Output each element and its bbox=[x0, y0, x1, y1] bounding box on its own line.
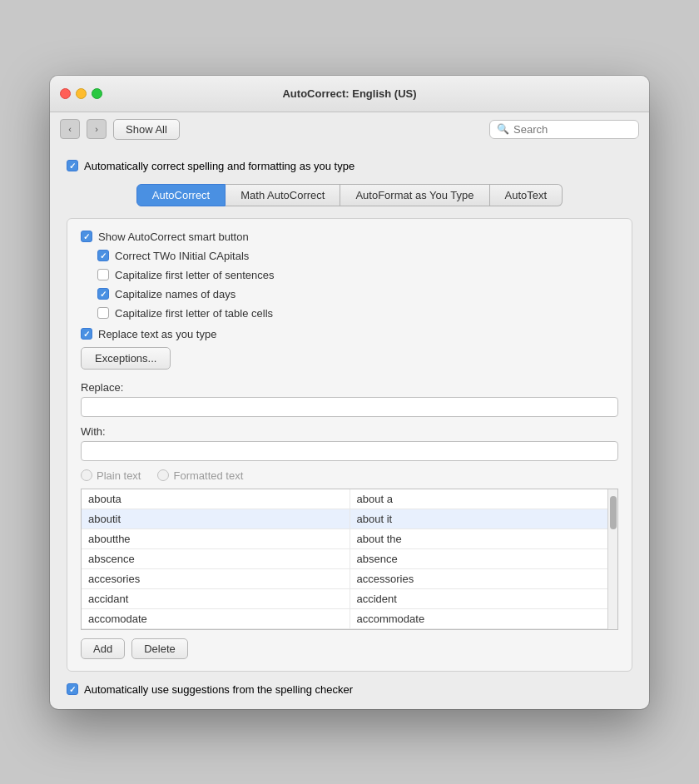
table-cell-from: abscence bbox=[82, 549, 350, 568]
tab-math-autocorrect[interactable]: Math AutoCorrect bbox=[226, 184, 340, 206]
spelling-suggestions-checkbox[interactable] bbox=[67, 683, 78, 695]
minimize-button[interactable] bbox=[76, 88, 87, 99]
table-cell-from: accordinato bbox=[82, 629, 350, 630]
maximize-button[interactable] bbox=[92, 88, 102, 99]
table-cell-to: about the bbox=[350, 529, 618, 548]
two-capitals-checkbox[interactable] bbox=[97, 250, 109, 261]
back-button[interactable]: ‹ bbox=[60, 119, 80, 139]
replacement-table: abouta about a aboutit about it aboutthe… bbox=[82, 489, 617, 630]
table-row[interactable]: aboutit about it bbox=[82, 509, 617, 529]
scrollbar[interactable] bbox=[607, 489, 617, 629]
with-field-section: With: bbox=[81, 425, 618, 461]
with-input[interactable] bbox=[81, 441, 618, 461]
two-capitals-label: Correct TWo INitial CApitals bbox=[115, 250, 249, 262]
auto-correct-spelling-checkbox[interactable] bbox=[67, 160, 78, 171]
first-letter-checkbox[interactable] bbox=[97, 269, 109, 280]
replace-text-checkbox[interactable] bbox=[81, 328, 92, 340]
table-cell-from: abouta bbox=[82, 489, 350, 509]
search-input[interactable] bbox=[513, 123, 632, 136]
main-window: AutoCorrect: English (US) ‹ › Show All 🔍… bbox=[50, 76, 649, 709]
replace-text-label: Replace text as you type bbox=[98, 328, 216, 340]
table-cell-to: absence bbox=[350, 549, 618, 568]
table-row[interactable]: aboutthe about the bbox=[82, 529, 617, 549]
traffic-lights bbox=[60, 88, 102, 99]
table-cells-row: Capitalize first letter of table cells bbox=[97, 307, 618, 320]
replace-label: Replace: bbox=[81, 381, 618, 394]
smart-button-checkbox[interactable] bbox=[81, 231, 92, 242]
add-button[interactable]: Add bbox=[81, 638, 125, 659]
smart-button-row: Show AutoCorrect smart button bbox=[81, 231, 618, 243]
table-cells-checkbox[interactable] bbox=[97, 307, 109, 319]
two-capitals-row: Correct TWo INitial CApitals bbox=[97, 250, 618, 262]
replacement-table-wrapper: abouta about a aboutit about it aboutthe… bbox=[81, 489, 618, 630]
names-of-days-checkbox[interactable] bbox=[97, 288, 109, 300]
delete-button[interactable]: Delete bbox=[131, 638, 188, 659]
content-area: Automatically correct spelling and forma… bbox=[50, 146, 649, 709]
formatted-text-option[interactable]: Formatted text bbox=[157, 469, 243, 482]
table-cell-from: accidant bbox=[82, 589, 350, 608]
table-cell-to: according to bbox=[350, 629, 618, 630]
table-cell-to: about it bbox=[350, 509, 618, 528]
tabs-container: AutoCorrect Math AutoCorrect AutoFormat … bbox=[67, 184, 632, 206]
table-cell-to: accommodate bbox=[350, 609, 618, 628]
top-checkbox-row: Automatically correct spelling and forma… bbox=[67, 160, 632, 172]
tab-autoformat[interactable]: AutoFormat as You Type bbox=[340, 184, 489, 206]
search-box: 🔍 bbox=[489, 120, 639, 139]
nav-bar: ‹ › Show All 🔍 bbox=[50, 112, 649, 146]
indented-checkboxes: Correct TWo INitial CApitals Capitalize … bbox=[81, 250, 618, 320]
window-title: AutoCorrect: English (US) bbox=[282, 87, 416, 100]
scrollbar-thumb[interactable] bbox=[610, 496, 617, 529]
exceptions-button[interactable]: Exceptions... bbox=[81, 347, 171, 370]
plain-text-label: Plain text bbox=[97, 469, 141, 482]
title-bar: AutoCorrect: English (US) bbox=[50, 76, 649, 112]
table-cell-from: accesories bbox=[82, 569, 350, 588]
replace-text-row: Replace text as you type bbox=[81, 328, 618, 340]
table-row[interactable]: accesories accessories bbox=[82, 569, 617, 589]
auto-correct-spelling-label: Automatically correct spelling and forma… bbox=[84, 160, 354, 172]
table-cell-from: accomodate bbox=[82, 609, 350, 628]
names-of-days-label: Capitalize names of days bbox=[115, 288, 235, 300]
radio-row: Plain text Formatted text bbox=[81, 469, 618, 482]
table-cell-from: aboutit bbox=[82, 509, 350, 528]
smart-button-label: Show AutoCorrect smart button bbox=[98, 231, 249, 243]
tab-autotext[interactable]: AutoText bbox=[490, 184, 563, 206]
autocorrect-panel: Show AutoCorrect smart button Correct TW… bbox=[67, 218, 632, 672]
formatted-text-radio[interactable] bbox=[157, 469, 169, 481]
close-button[interactable] bbox=[60, 88, 71, 99]
replace-input[interactable] bbox=[81, 397, 618, 417]
plain-text-option[interactable]: Plain text bbox=[81, 469, 141, 482]
add-delete-row: Add Delete bbox=[81, 638, 618, 659]
plain-text-radio[interactable] bbox=[81, 469, 92, 481]
spelling-suggestions-label: Automatically use suggestions from the s… bbox=[84, 683, 353, 696]
table-cell-to: accessories bbox=[350, 569, 618, 588]
with-label: With: bbox=[81, 425, 618, 438]
replace-field-section: Replace: bbox=[81, 381, 618, 417]
tab-autocorrect[interactable]: AutoCorrect bbox=[136, 184, 226, 206]
table-cell-to: about a bbox=[350, 489, 618, 509]
table-row[interactable]: abouta about a bbox=[82, 489, 617, 509]
search-icon: 🔍 bbox=[497, 123, 509, 135]
table-cell-from: aboutthe bbox=[82, 529, 350, 548]
show-all-button[interactable]: Show All bbox=[113, 119, 180, 140]
forward-button[interactable]: › bbox=[87, 119, 107, 139]
first-letter-row: Capitalize first letter of sentences bbox=[97, 269, 618, 281]
table-row[interactable]: accordinato according to bbox=[82, 629, 617, 630]
bottom-checkbox-row: Automatically use suggestions from the s… bbox=[67, 683, 632, 696]
first-letter-label: Capitalize first letter of sentences bbox=[115, 269, 274, 281]
table-row[interactable]: accomodate accommodate bbox=[82, 609, 617, 629]
table-cell-to: accident bbox=[350, 589, 618, 608]
table-row[interactable]: abscence absence bbox=[82, 549, 617, 569]
formatted-text-label: Formatted text bbox=[173, 469, 243, 482]
table-cells-label: Capitalize first letter of table cells bbox=[115, 307, 273, 320]
table-row[interactable]: accidant accident bbox=[82, 589, 617, 609]
names-of-days-row: Capitalize names of days bbox=[97, 288, 618, 300]
